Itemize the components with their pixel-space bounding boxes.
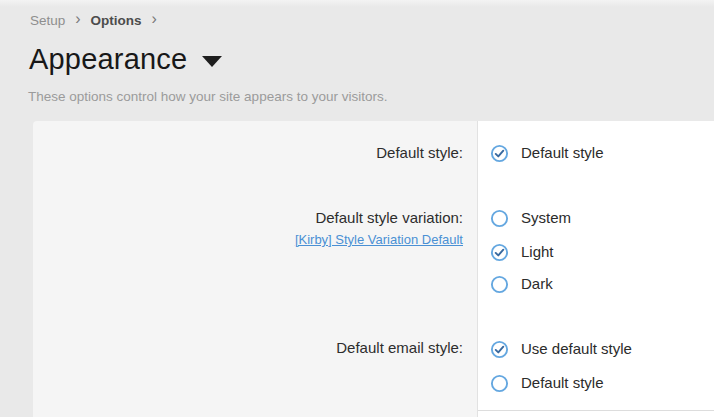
circle-check-icon <box>490 144 509 163</box>
option-label-default-email-style: Default email style: <box>43 338 463 358</box>
radio-label: Light <box>521 242 554 262</box>
radio-label: Default style <box>521 143 604 163</box>
radio-email-default-style[interactable]: Default style <box>490 373 604 393</box>
style-variation-default-link[interactable]: [Kirby] Style Variation Default <box>43 232 463 248</box>
circle-icon <box>490 209 509 228</box>
breadcrumb-item-options[interactable]: Options <box>91 13 142 28</box>
chevron-right-icon: › <box>152 11 157 29</box>
circle-icon <box>490 275 509 294</box>
option-label-default-style-variation: Default style variation: <box>43 208 463 228</box>
radio-label: System <box>521 208 571 228</box>
option-label-default-style: Default style: <box>43 143 463 163</box>
row-divider <box>478 410 714 411</box>
options-panel: Default style: Default style variation: … <box>33 121 714 417</box>
page-title-row: Appearance <box>29 41 222 77</box>
radio-light[interactable]: Light <box>490 242 554 262</box>
radio-label: Default style <box>521 373 604 393</box>
option-labels-column: Default style: Default style variation: … <box>33 121 477 417</box>
page-subtitle: These options control how your site appe… <box>28 89 387 104</box>
page-title: Appearance <box>29 41 187 77</box>
circle-check-icon <box>490 340 509 359</box>
radio-dark[interactable]: Dark <box>490 274 553 294</box>
radio-system[interactable]: System <box>490 208 571 228</box>
radio-use-default-style[interactable]: Use default style <box>490 339 632 359</box>
chevron-right-icon: › <box>75 11 80 29</box>
breadcrumb-item-setup[interactable]: Setup <box>30 13 65 28</box>
caret-down-icon[interactable] <box>202 56 222 67</box>
circle-icon <box>490 374 509 393</box>
radio-default-style[interactable]: Default style <box>490 143 604 163</box>
breadcrumb: Setup › Options › <box>30 11 157 29</box>
circle-check-icon <box>490 243 509 262</box>
radio-label: Dark <box>521 274 553 294</box>
option-choices-column: Default style System Light Dark <box>477 121 714 417</box>
radio-label: Use default style <box>521 339 632 359</box>
